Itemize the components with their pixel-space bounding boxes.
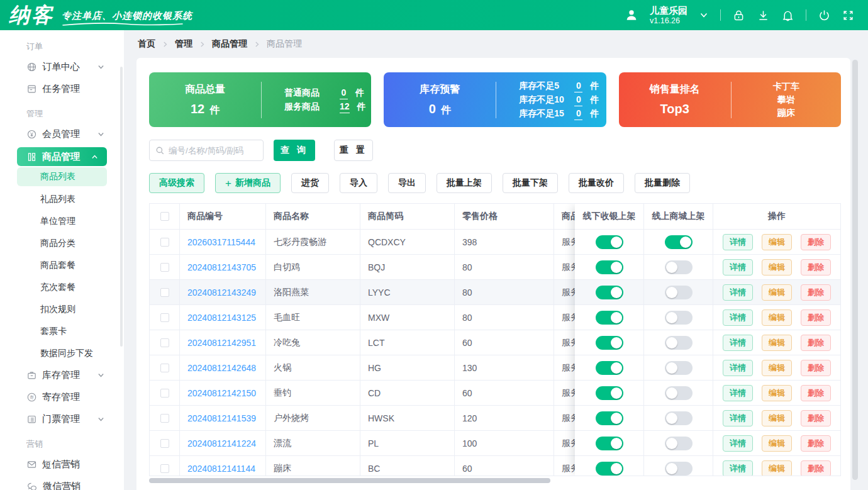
sidebar-item-微信营销[interactable]: 微信营销 [0,476,124,490]
sidebar-subitem-单位管理[interactable]: 单位管理 [0,210,124,232]
sidebar-subitem-充次套餐[interactable]: 充次套餐 [0,276,124,298]
sidebar-item-门票管理[interactable]: 门票管理 [0,408,124,430]
delete-button[interactable]: 删除 [801,435,831,452]
online-toggle[interactable] [665,462,693,476]
delete-button[interactable]: 删除 [801,360,831,376]
delete-button[interactable]: 删除 [801,335,831,351]
批量删除-button[interactable]: 批量删除 [635,173,690,193]
product-code-link[interactable]: 20240812143125 [187,313,256,323]
product-code-link[interactable]: 20240812141224 [187,438,256,448]
sidebar-scrollbar[interactable] [120,67,123,347]
sidebar-item-会员管理[interactable]: 会员管理 [0,123,124,145]
product-code-link[interactable]: 20240812142150 [187,388,256,398]
高级搜索-button[interactable]: 高级搜索 [149,173,204,193]
offline-toggle[interactable] [596,286,623,299]
detail-button[interactable]: 详情 [723,284,753,301]
sidebar-item-商品管理[interactable]: 商品管理 [17,147,107,166]
edit-button[interactable]: 编辑 [762,259,792,276]
row-checkbox[interactable] [160,338,169,347]
sidebar-item-短信营销[interactable]: 短信营销 [0,454,124,476]
select-all-checkbox[interactable] [160,212,169,221]
sidebar-subitem-商品分类[interactable]: 商品分类 [0,232,124,254]
detail-button[interactable]: 详情 [723,410,753,426]
delete-button[interactable]: 删除 [801,234,831,250]
sidebar-subitem-商品套餐[interactable]: 商品套餐 [0,254,124,276]
delete-button[interactable]: 删除 [801,385,831,401]
product-code-link[interactable]: 20240812143705 [187,262,256,272]
delete-button[interactable]: 删除 [801,410,831,426]
sidebar-subitem-扣次规则[interactable]: 扣次规则 [0,298,124,320]
product-code-link[interactable]: 20240812142648 [187,363,256,373]
offline-toggle[interactable] [596,235,623,249]
sidebar-item-库存管理[interactable]: 库存管理 [0,364,124,386]
edit-button[interactable]: 编辑 [762,284,792,301]
detail-button[interactable]: 详情 [723,360,753,376]
edit-button[interactable]: 编辑 [762,335,792,351]
product-code-link[interactable]: 20260317115444 [187,237,255,247]
批量下架-button[interactable]: 批量下架 [503,173,558,193]
row-checkbox[interactable] [160,439,169,448]
offline-toggle[interactable] [596,336,623,350]
批量改价-button[interactable]: 批量改价 [569,173,624,193]
online-toggle[interactable] [665,286,693,299]
edit-button[interactable]: 编辑 [762,385,792,401]
search-input[interactable] [169,146,257,155]
sidebar-item-任务管理[interactable]: 任务管理 [0,78,124,100]
offline-toggle[interactable] [596,462,623,476]
product-code-link[interactable]: 20240812141144 [187,464,255,474]
sidebar-subitem-套票卡[interactable]: 套票卡 [0,320,124,342]
offline-toggle[interactable] [596,386,623,400]
sidebar-item-订单中心[interactable]: 订单中心 [0,56,124,78]
detail-button[interactable]: 详情 [723,460,753,477]
offline-toggle[interactable] [596,311,623,325]
delete-button[interactable]: 删除 [801,460,831,477]
delete-button[interactable]: 删除 [801,309,831,326]
detail-button[interactable]: 详情 [723,309,753,326]
row-checkbox[interactable] [160,364,169,372]
breadcrumb-item[interactable]: 首页 [138,38,155,50]
新增商品-button[interactable]: +新增商品 [215,173,281,193]
online-toggle[interactable] [665,411,693,425]
sidebar-subitem-礼品列表[interactable]: 礼品列表 [0,188,124,210]
stat-detail-value[interactable]: 0 [574,94,582,106]
row-checkbox[interactable] [160,464,169,473]
fullscreen-icon[interactable] [842,9,854,21]
lock-icon[interactable] [732,9,745,22]
breadcrumb-item[interactable]: 管理 [175,38,192,50]
offline-toggle[interactable] [596,361,623,375]
bell-icon[interactable] [781,9,794,22]
detail-button[interactable]: 详情 [723,335,753,351]
offline-toggle[interactable] [596,260,623,274]
row-checkbox[interactable] [160,263,169,272]
product-code-link[interactable]: 20240812143249 [187,287,256,298]
edit-button[interactable]: 编辑 [762,435,792,452]
stat-detail-value[interactable]: 0 [340,87,348,99]
online-toggle[interactable] [665,437,693,450]
query-button[interactable]: 查 询 [274,140,315,161]
horizontal-scrollbar[interactable] [149,478,550,483]
delete-button[interactable]: 删除 [801,284,831,301]
row-checkbox[interactable] [160,389,169,398]
edit-button[interactable]: 编辑 [762,460,792,477]
detail-button[interactable]: 详情 [723,234,753,250]
stat-detail-value[interactable]: 0 [574,108,582,120]
breadcrumb-item[interactable]: 商品管理 [212,38,247,50]
stat-detail-value[interactable]: 0 [574,80,582,92]
detail-button[interactable]: 详情 [723,259,753,276]
online-toggle[interactable] [665,336,693,350]
product-code-link[interactable]: 20240812141539 [187,413,256,423]
page-scrollbar[interactable] [852,60,858,480]
edit-button[interactable]: 编辑 [762,410,792,426]
offline-toggle[interactable] [596,437,623,450]
row-checkbox[interactable] [160,238,169,247]
edit-button[interactable]: 编辑 [762,309,792,326]
edit-button[interactable]: 编辑 [762,360,792,376]
download-icon[interactable] [757,9,770,22]
product-code-link[interactable]: 20240812142951 [187,338,256,348]
chevron-down-icon[interactable] [699,10,709,20]
edit-button[interactable]: 编辑 [762,234,792,250]
power-icon[interactable] [818,9,831,22]
online-toggle[interactable] [665,311,693,325]
delete-button[interactable]: 删除 [801,259,831,276]
reset-button[interactable]: 重 置 [334,140,373,161]
